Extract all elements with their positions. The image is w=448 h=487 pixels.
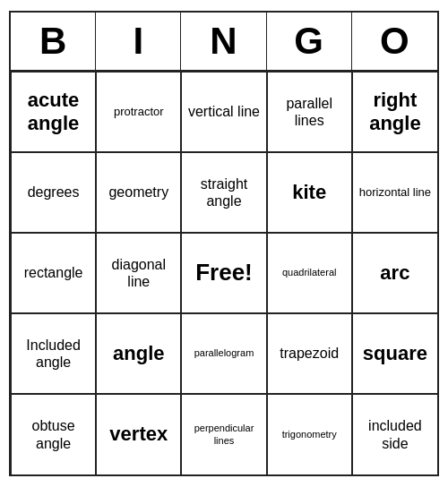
cell-text: straight angle xyxy=(185,175,262,209)
cell-text: protractor xyxy=(114,105,164,119)
bingo-cell: Free! xyxy=(181,233,266,313)
bingo-cell: perpendicular lines xyxy=(181,394,266,474)
cell-text: horizontal line xyxy=(359,185,431,200)
bingo-cell: included side xyxy=(352,394,437,474)
bingo-cell: angle xyxy=(96,313,181,394)
bingo-card: BINGO acute angleprotractorvertical line… xyxy=(9,11,439,476)
cell-text: square xyxy=(363,342,427,365)
header-letter: G xyxy=(267,13,352,70)
cell-text: trigonometry xyxy=(282,429,337,440)
bingo-cell: parallel lines xyxy=(267,72,352,152)
bingo-cell: horizontal line xyxy=(352,152,437,233)
cell-text: right angle xyxy=(357,89,434,136)
cell-text: trapezoid xyxy=(280,345,339,362)
cell-text: quadrilateral xyxy=(282,267,337,278)
bingo-cell: straight angle xyxy=(181,152,266,233)
cell-text: diagonal line xyxy=(100,256,177,290)
bingo-header: BINGO xyxy=(11,13,437,72)
bingo-cell: kite xyxy=(267,152,352,233)
bingo-cell: vertical line xyxy=(181,72,266,152)
bingo-cell: vertex xyxy=(96,394,181,474)
cell-text: Free! xyxy=(195,259,253,286)
bingo-cell: parallelogram xyxy=(181,313,266,394)
bingo-cell: rectangle xyxy=(11,233,96,313)
bingo-cell: diagonal line xyxy=(96,233,181,313)
cell-text: degrees xyxy=(28,184,80,201)
bingo-cell: trapezoid xyxy=(267,313,352,394)
cell-text: parallel lines xyxy=(271,95,348,129)
cell-text: geometry xyxy=(108,184,168,201)
bingo-cell: arc xyxy=(352,233,437,313)
header-letter: O xyxy=(352,13,437,70)
header-letter: B xyxy=(11,13,96,70)
cell-text: angle xyxy=(113,342,164,365)
cell-text: vertical line xyxy=(188,103,260,120)
bingo-cell: geometry xyxy=(96,152,181,233)
bingo-cell: quadrilateral xyxy=(267,233,352,313)
bingo-cell: trigonometry xyxy=(267,394,352,474)
header-letter: N xyxy=(181,13,266,70)
bingo-cell: protractor xyxy=(96,72,181,152)
bingo-cell: obtuse angle xyxy=(11,394,96,474)
cell-text: parallelogram xyxy=(194,347,254,359)
cell-text: arc xyxy=(380,261,409,285)
cell-text: vertex xyxy=(109,423,168,446)
bingo-cell: acute angle xyxy=(11,72,96,152)
cell-text: rectangle xyxy=(24,264,83,281)
cell-text: Included angle xyxy=(15,337,91,371)
cell-text: perpendicular lines xyxy=(185,423,262,446)
bingo-cell: square xyxy=(352,313,437,394)
cell-text: obtuse angle xyxy=(15,417,91,451)
bingo-grid: acute angleprotractorvertical lineparall… xyxy=(11,72,437,474)
cell-text: included side xyxy=(357,417,434,451)
header-letter: I xyxy=(96,13,181,70)
cell-text: kite xyxy=(292,181,326,204)
bingo-cell: Included angle xyxy=(11,313,96,394)
bingo-cell: right angle xyxy=(352,72,437,152)
cell-text: acute angle xyxy=(15,89,91,136)
bingo-cell: degrees xyxy=(11,152,96,233)
